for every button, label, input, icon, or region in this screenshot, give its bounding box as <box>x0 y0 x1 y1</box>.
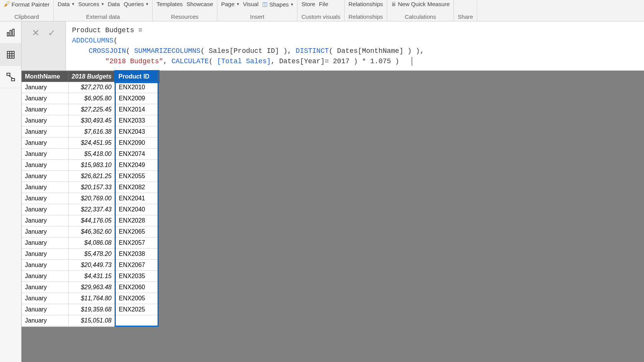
file-button[interactable]: File <box>319 1 328 7</box>
cell-budget[interactable]: $30,493.45 <box>69 115 115 126</box>
cell-product[interactable]: ENX2028 <box>115 215 158 226</box>
cell-product[interactable]: ENX2035 <box>115 271 158 282</box>
cell-budget[interactable]: $7,616.38 <box>69 126 115 138</box>
cell-budget[interactable]: $46,362.60 <box>69 226 115 238</box>
showcase-button[interactable]: Showcase <box>187 1 213 7</box>
cell-budget[interactable]: $5,418.00 <box>69 149 115 160</box>
table-row[interactable]: January$11,764.80ENX2005 <box>22 293 158 304</box>
cell-product[interactable]: ENX2033 <box>115 115 158 126</box>
table-row[interactable]: January$27,270.60ENX2010 <box>22 82 158 93</box>
cell-product[interactable]: ENX2090 <box>115 138 158 149</box>
table-row[interactable]: January$20,769.00ENX2041 <box>22 193 158 204</box>
cell-budget[interactable]: $15,983.10 <box>69 160 115 171</box>
cell-budget[interactable]: $6,905.80 <box>69 93 115 104</box>
cell-product[interactable]: ENX2038 <box>115 249 158 260</box>
format-painter-button[interactable]: 🖌Format Painter <box>4 1 49 8</box>
table-row[interactable]: January$5,478.20ENX2038 <box>22 249 158 260</box>
sources-dropdown[interactable]: Sources <box>78 1 104 7</box>
cell-product[interactable]: ENX2005 <box>115 293 158 304</box>
table-row[interactable]: January$22,337.43ENX2040 <box>22 204 158 215</box>
cell-month[interactable]: January <box>22 271 69 282</box>
visual-button[interactable]: Visual <box>243 1 259 7</box>
cell-month[interactable]: January <box>22 260 69 271</box>
data-table[interactable]: MonthName2018 BudgetsProduct IDJanuary$2… <box>21 71 159 327</box>
page-dropdown[interactable]: Page <box>221 1 239 7</box>
cell-month[interactable]: January <box>22 138 69 149</box>
cell-month[interactable]: January <box>22 149 69 160</box>
report-view-button[interactable] <box>0 21 21 44</box>
formula-commit-button[interactable]: ✓ <box>48 28 56 38</box>
cell-budget[interactable]: $29,963.48 <box>69 282 115 293</box>
cell-budget[interactable]: $27,225.45 <box>69 104 115 115</box>
cell-month[interactable]: January <box>22 126 69 138</box>
table-row[interactable]: January$15,051.08 <box>22 315 158 326</box>
table-row[interactable]: January$29,963.48ENX2060 <box>22 282 158 293</box>
formula-editor[interactable]: Product Budgets = ADDCOLUMNS( CROSSJOIN(… <box>66 21 644 70</box>
table-row[interactable]: January$4,431.15ENX2035 <box>22 271 158 282</box>
cell-budget[interactable]: $19,359.68 <box>69 304 115 315</box>
cell-product[interactable]: ENX2009 <box>115 93 158 104</box>
table-row[interactable]: January$19,359.68ENX2025 <box>22 304 158 315</box>
cell-budget[interactable]: $26,821.25 <box>69 171 115 182</box>
cell-product[interactable]: ENX2057 <box>115 238 158 249</box>
cell-month[interactable]: January <box>22 115 69 126</box>
cell-month[interactable]: January <box>22 315 69 326</box>
data-dropdown[interactable]: Data <box>58 1 74 7</box>
cell-month[interactable]: January <box>22 249 69 260</box>
cell-month[interactable]: January <box>22 171 69 182</box>
cell-month[interactable]: January <box>22 238 69 249</box>
cell-product[interactable] <box>115 315 158 326</box>
cell-month[interactable]: January <box>22 293 69 304</box>
table-row[interactable]: January$30,493.45ENX2033 <box>22 115 158 126</box>
cell-budget[interactable]: $15,051.08 <box>69 315 115 326</box>
cell-budget[interactable]: $4,086.08 <box>69 238 115 249</box>
cell-product[interactable]: ENX2055 <box>115 171 158 182</box>
cell-budget[interactable]: $4,431.15 <box>69 271 115 282</box>
cell-budget[interactable]: $24,451.95 <box>69 138 115 149</box>
templates-button[interactable]: Templates <box>156 1 182 7</box>
cell-product[interactable]: ENX2049 <box>115 160 158 171</box>
shapes-dropdown[interactable]: ◫Shapes <box>262 1 293 8</box>
table-row[interactable]: January$44,176.05ENX2028 <box>22 215 158 226</box>
cell-month[interactable]: January <box>22 204 69 215</box>
cell-budget[interactable]: $5,478.20 <box>69 249 115 260</box>
table-row[interactable]: January$24,451.95ENX2090 <box>22 138 158 149</box>
table-row[interactable]: January$4,086.08ENX2057 <box>22 238 158 249</box>
cell-product[interactable]: ENX2074 <box>115 149 158 160</box>
cell-product[interactable]: ENX2082 <box>115 182 158 193</box>
cell-month[interactable]: January <box>22 215 69 226</box>
cell-product[interactable]: ENX2010 <box>115 82 158 93</box>
cell-product[interactable]: ENX2040 <box>115 204 158 215</box>
cell-month[interactable]: January <box>22 82 69 93</box>
cell-product[interactable]: ENX2025 <box>115 304 158 315</box>
cell-month[interactable]: January <box>22 226 69 238</box>
column-header[interactable]: 2018 Budgets <box>69 71 115 82</box>
table-row[interactable]: January$46,362.60ENX2065 <box>22 226 158 238</box>
table-row[interactable]: January$15,983.10ENX2049 <box>22 160 158 171</box>
cell-budget[interactable]: $20,157.33 <box>69 182 115 193</box>
table-row[interactable]: January$5,418.00ENX2074 <box>22 149 158 160</box>
cell-month[interactable]: January <box>22 104 69 115</box>
formula-cancel-button[interactable]: ✕ <box>32 28 39 38</box>
table-row[interactable]: January$6,905.80ENX2009 <box>22 93 158 104</box>
model-view-button[interactable] <box>0 66 21 88</box>
cell-budget[interactable]: $20,449.73 <box>69 260 115 271</box>
cell-budget[interactable]: $22,337.43 <box>69 204 115 215</box>
column-header[interactable]: Product ID <box>115 71 158 82</box>
cell-product[interactable]: ENX2043 <box>115 126 158 138</box>
column-header[interactable]: MonthName <box>22 71 69 82</box>
cell-product[interactable]: ENX2065 <box>115 226 158 238</box>
relationships-button[interactable]: Relationships <box>348 1 383 7</box>
queries-dropdown[interactable]: Queries <box>124 1 149 7</box>
cell-product[interactable]: ENX2067 <box>115 260 158 271</box>
table-row[interactable]: January$7,616.38ENX2043 <box>22 126 158 138</box>
cell-budget[interactable]: $27,270.60 <box>69 82 115 93</box>
cell-month[interactable]: January <box>22 282 69 293</box>
cell-product[interactable]: ENX2014 <box>115 104 158 115</box>
data-view-button[interactable] <box>0 44 21 66</box>
table-row[interactable]: January$27,225.45ENX2014 <box>22 104 158 115</box>
cell-budget[interactable]: $44,176.05 <box>69 215 115 226</box>
table-row[interactable]: January$20,449.73ENX2067 <box>22 260 158 271</box>
cell-product[interactable]: ENX2060 <box>115 282 158 293</box>
table-row[interactable]: January$26,821.25ENX2055 <box>22 171 158 182</box>
